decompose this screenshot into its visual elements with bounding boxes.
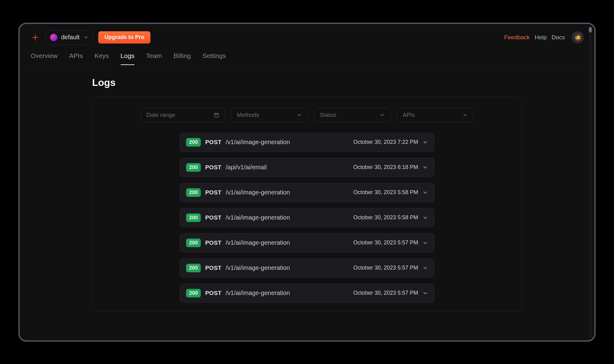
log-path: /v1/ai/image-generation [226,189,290,196]
log-method: POST [205,239,221,246]
chevron-down-icon [462,112,468,118]
log-timestamp: October 30, 2023 5:57 PM [353,239,418,246]
chevron-down-icon [422,190,428,195]
chevron-down-icon [422,140,428,145]
log-row[interactable]: 200POST/api/v1/ai/emailOctober 30, 2023 … [180,158,434,177]
chevron-down-icon [83,35,89,40]
filter-apis[interactable]: APIs [397,108,474,122]
tab-keys[interactable]: Keys [95,52,109,65]
chevron-down-icon [422,215,428,220]
tab-settings[interactable]: Settings [203,52,226,65]
workspace-avatar-icon [50,34,57,41]
tab-label: Billing [173,52,191,59]
log-row[interactable]: 200POST/v1/ai/image-generationOctober 30… [180,208,434,227]
filter-date-range[interactable]: Date range [141,108,225,122]
log-timestamp: October 30, 2023 7:22 PM [353,139,418,145]
log-path: /v1/ai/image-generation [226,214,290,221]
help-link[interactable]: Help [535,34,547,41]
log-row[interactable]: 200POST/v1/ai/image-generationOctober 30… [180,183,434,202]
status-badge: 200 [186,264,201,272]
logs-list: 200POST/v1/ai/image-generationOctober 30… [103,133,511,303]
scrollbar-track [589,27,592,337]
log-row[interactable]: 200POST/v1/ai/image-generationOctober 30… [180,284,434,303]
tab-label: Settings [203,52,226,59]
log-timestamp: October 30, 2023 6:18 PM [353,164,418,171]
log-timestamp: October 30, 2023 5:57 PM [353,290,418,296]
tab-billing[interactable]: Billing [173,52,191,65]
workspace-name: default [61,34,80,41]
log-method: POST [205,139,221,146]
svg-rect-3 [32,37,34,38]
tab-logs[interactable]: Logs [121,52,135,65]
svg-rect-2 [35,39,36,40]
status-badge: 200 [186,138,201,147]
tab-team[interactable]: Team [146,52,162,65]
nav-tabs: OverviewAPIsKeysLogsTeamBillingSettings [20,48,594,65]
user-avatar[interactable]: 🧔 [572,31,584,44]
status-badge: 200 [186,163,201,172]
log-method: POST [205,189,221,196]
filter-status[interactable]: Status [314,108,391,122]
status-badge: 200 [186,289,201,297]
log-path: /v1/ai/image-generation [226,139,290,146]
docs-link[interactable]: Docs [552,34,565,41]
chevron-down-icon [422,240,428,246]
chevron-down-icon [422,290,428,296]
log-path: /v1/ai/image-generation [226,239,290,246]
log-path: /api/v1/ai/email [226,164,266,171]
upgrade-button-label: Upgrade to Pro [104,34,144,40]
tab-apis[interactable]: APIs [69,52,83,65]
workspace-switcher[interactable]: default [45,30,93,45]
log-path: /v1/ai/image-generation [226,264,290,271]
log-timestamp: October 30, 2023 5:58 PM [353,214,418,221]
log-method: POST [205,214,221,221]
app-window: default Upgrade to Pro Feedback Help Doc… [18,23,596,342]
log-row[interactable]: 200POST/v1/ai/image-generationOctober 30… [180,233,434,252]
chevron-down-icon [297,112,302,118]
log-row[interactable]: 200POST/v1/ai/image-generationOctober 30… [180,133,434,152]
tab-label: Logs [121,52,135,59]
tab-label: Team [146,52,162,59]
feedback-link[interactable]: Feedback [504,34,530,41]
tab-overview[interactable]: Overview [31,52,58,65]
calendar-icon [214,112,219,118]
svg-rect-1 [35,34,36,36]
filters-row: Date range Methods Statu [103,108,511,122]
svg-point-0 [34,36,36,38]
log-path: /v1/ai/image-generation [226,289,290,297]
filter-methods[interactable]: Methods [231,108,308,122]
tab-label: Overview [31,52,58,59]
status-badge: 200 [186,188,201,197]
scrollbar-thumb[interactable] [589,27,592,33]
page-title: Logs [92,77,522,88]
log-timestamp: October 30, 2023 5:58 PM [353,189,418,196]
chevron-down-icon [422,165,428,170]
logs-card: Date range Methods Statu [92,97,522,312]
status-badge: 200 [186,239,201,247]
log-method: POST [205,164,221,171]
app-logo-icon[interactable] [30,32,41,43]
page-body: Logs Date range Methods [20,65,594,340]
status-badge: 200 [186,213,201,222]
user-avatar-emoji: 🧔 [574,33,582,41]
chevron-down-icon [379,112,385,118]
log-row[interactable]: 200POST/v1/ai/image-generationOctober 30… [180,259,434,278]
tab-label: APIs [69,52,83,59]
log-method: POST [205,290,221,297]
filter-methods-placeholder: Methods [237,112,259,118]
filter-apis-placeholder: APIs [403,112,415,118]
log-method: POST [205,265,221,271]
tab-label: Keys [95,52,109,59]
svg-rect-4 [37,37,38,38]
filter-date-placeholder: Date range [146,112,175,118]
chevron-down-icon [422,265,428,271]
top-bar: default Upgrade to Pro Feedback Help Doc… [20,24,594,48]
upgrade-button[interactable]: Upgrade to Pro [98,31,150,44]
log-timestamp: October 30, 2023 5:57 PM [353,265,418,271]
filter-status-placeholder: Status [320,112,336,118]
